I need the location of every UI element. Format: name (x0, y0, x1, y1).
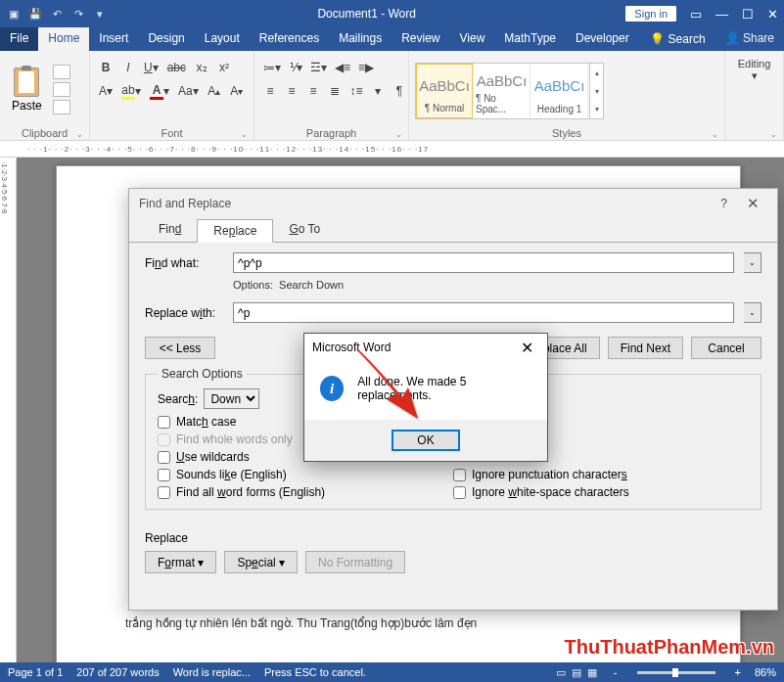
dialog-tabs: Find Replace Go To (129, 218, 777, 242)
strike-button[interactable]: abc (164, 58, 189, 77)
style-nospacing[interactable]: AaBbCı¶ No Spac... (474, 64, 530, 118)
tab-file[interactable]: File (0, 27, 38, 51)
paste-icon (14, 68, 39, 97)
show-marks-button[interactable]: ¶ (390, 81, 409, 101)
styles-gallery[interactable]: AaBbCı¶ Normal AaBbCı¶ No Spac... AaBbCı… (415, 63, 604, 119)
decrease-indent-button[interactable]: ◀≡ (332, 58, 353, 77)
highlight-button[interactable]: ab▾ (118, 81, 144, 101)
find-next-button[interactable]: Find Next (608, 337, 683, 359)
find-what-input[interactable] (233, 252, 734, 273)
grow-font-button[interactable]: A▴ (205, 81, 224, 101)
copy-icon[interactable] (53, 82, 70, 97)
zoom-slider[interactable] (637, 671, 715, 674)
ribbon-toggle-icon[interactable]: ▭ (690, 7, 702, 22)
ok-button[interactable]: OK (392, 430, 460, 451)
tab-design[interactable]: Design (138, 27, 194, 51)
page-indicator[interactable]: Page 1 of 1 (8, 666, 63, 678)
tab-home[interactable]: Home (38, 27, 89, 51)
subscript-button[interactable]: x₂ (192, 58, 211, 77)
underline-button[interactable]: U▾ (141, 58, 161, 77)
tab-references[interactable]: References (250, 27, 329, 51)
sign-in-button[interactable]: Sign in (625, 6, 676, 22)
align-center-button[interactable]: ≡ (282, 81, 301, 101)
dialog-close-icon[interactable]: ✕ (739, 195, 767, 212)
font-group: B I U▾ abc x₂ x² A▾ ab▾ A▾ Aa▾ A▴ A▾ Fon… (90, 51, 254, 140)
view-buttons[interactable]: ▭▤▦ (553, 666, 600, 679)
cut-icon[interactable] (53, 65, 70, 79)
italic-button[interactable]: I (118, 58, 138, 77)
zoom-level[interactable]: 86% (755, 666, 776, 678)
redo-icon[interactable]: ↷ (70, 6, 86, 22)
qat-more-icon[interactable]: ▾ (92, 6, 108, 22)
tab-replace[interactable]: Replace (197, 219, 273, 243)
replace-history-dropdown[interactable]: ⌄ (744, 302, 761, 323)
align-right-button[interactable]: ≡ (303, 81, 323, 101)
format-button[interactable]: Format ▾ (145, 551, 216, 573)
bold-button[interactable]: B (96, 58, 115, 77)
msgbox-close-icon[interactable]: ✕ (515, 339, 539, 357)
message-box: Microsoft Word ✕ i All done. We made 5 r… (303, 333, 548, 462)
zoom-out-icon[interactable]: - (614, 666, 618, 678)
window-title: Document1 - Word (108, 7, 625, 21)
special-button[interactable]: Special ▾ (224, 551, 298, 573)
align-left-button[interactable]: ≡ (260, 81, 280, 101)
tab-mathtype[interactable]: MathType (494, 27, 566, 51)
ignore-punct-check[interactable]: Ignore punctuation characters (453, 468, 749, 481)
styles-label: Styles (415, 125, 718, 140)
paste-button[interactable]: Paste (6, 66, 48, 114)
clipboard-label: Clipboard (6, 125, 83, 140)
quick-access-toolbar: ▣ 💾 ↶ ↷ ▾ (6, 6, 108, 22)
tab-find[interactable]: Find (143, 218, 197, 242)
status-esc: Press ESC to cancel. (264, 666, 366, 678)
line-spacing-button[interactable]: ↕≡ (346, 81, 366, 101)
change-case-button[interactable]: Aa▾ (175, 81, 202, 101)
style-heading1[interactable]: AaBbCıHeading 1 (531, 64, 588, 118)
less-button[interactable]: << Less (145, 337, 215, 359)
tab-layout[interactable]: Layout (195, 27, 250, 51)
tab-mailings[interactable]: Mailings (329, 27, 392, 51)
tab-developer[interactable]: Developer (566, 27, 639, 51)
tab-review[interactable]: Review (392, 27, 449, 51)
minimize-icon[interactable]: — (715, 7, 728, 22)
styles-more[interactable]: ▴▾▾ (589, 64, 603, 118)
ignore-ws-check[interactable]: Ignore white-space characters (453, 485, 749, 499)
increase-indent-button[interactable]: ≡▶ (355, 58, 377, 77)
tab-goto[interactable]: Go To (273, 218, 336, 242)
tab-view[interactable]: View (450, 27, 495, 51)
editing-button[interactable]: Editing▾ (731, 54, 777, 86)
sounds-like-check[interactable]: Sounds like (English) (158, 468, 453, 481)
superscript-button[interactable]: x² (214, 58, 234, 77)
shading-button[interactable]: ▾ (368, 81, 388, 101)
search-direction-select[interactable]: Down (204, 388, 259, 409)
word-count[interactable]: 207 of 207 words (76, 666, 159, 678)
maximize-icon[interactable]: ☐ (742, 7, 754, 22)
no-formatting-button: No Formatting (305, 551, 405, 573)
save-icon[interactable]: 💾 (27, 6, 43, 22)
multilevel-button[interactable]: ☲▾ (307, 58, 330, 77)
justify-button[interactable]: ≣ (325, 81, 345, 101)
shrink-font-button[interactable]: A▾ (227, 81, 247, 101)
bullets-button[interactable]: ≔▾ (260, 58, 284, 77)
search-help[interactable]: 💡Search (640, 27, 715, 51)
find-history-dropdown[interactable]: ⌄ (744, 252, 761, 273)
msgbox-titlebar[interactable]: Microsoft Word ✕ (304, 334, 547, 361)
share-button[interactable]: 👤 Share (715, 27, 784, 51)
doc-text[interactable]: trắng hồng tự nhiên lên bất ngờ. Thu Tra… (125, 616, 671, 630)
dialog-titlebar[interactable]: Find and Replace ? ✕ (129, 189, 777, 218)
font-color-button[interactable]: A▾ (147, 81, 172, 101)
text-effects-button[interactable]: A▾ (96, 81, 115, 101)
undo-icon[interactable]: ↶ (49, 6, 65, 22)
ruler-horizontal[interactable]: · · ·1· · ·2· · ·3· · ·4· · ·5· · ·6· · … (0, 141, 784, 158)
format-painter-icon[interactable] (53, 100, 70, 114)
style-normal[interactable]: AaBbCı¶ Normal (416, 64, 473, 118)
numbering-button[interactable]: ⅟▾ (286, 58, 305, 77)
ruler-vertical[interactable]: ·1·2·3·4·5·6·7·8 (0, 158, 17, 662)
replace-with-input[interactable] (233, 302, 734, 323)
tab-insert[interactable]: Insert (89, 27, 138, 51)
watermark: ThuThuatPhanMem.vn (565, 636, 774, 659)
dialog-help-icon[interactable]: ? (720, 197, 727, 210)
cancel-button[interactable]: Cancel (691, 337, 761, 359)
close-icon[interactable]: ✕ (767, 7, 778, 22)
zoom-in-icon[interactable]: + (735, 666, 741, 678)
word-forms-check[interactable]: Find all word forms (English) (158, 485, 453, 499)
